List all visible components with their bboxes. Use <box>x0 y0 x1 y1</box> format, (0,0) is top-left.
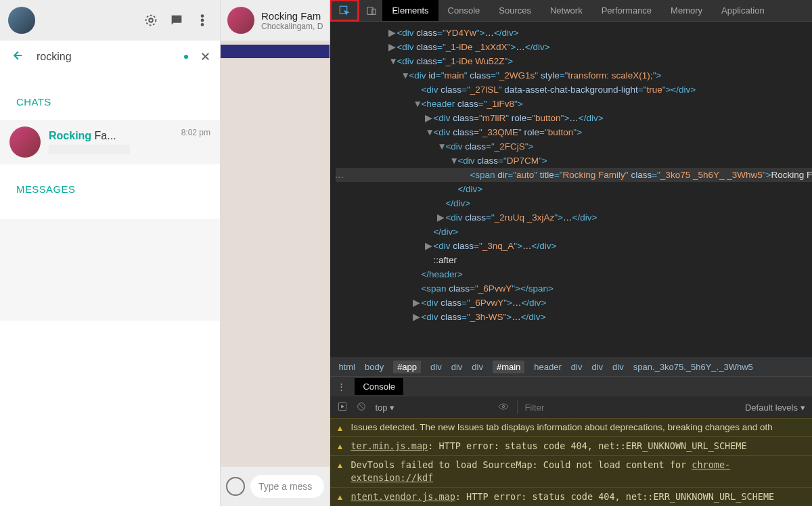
clear-search-icon[interactable]: ✕ <box>200 49 210 64</box>
svg-point-1 <box>149 18 153 22</box>
sidebar-header <box>0 0 220 41</box>
dom-line[interactable]: ▶<div class="_6PvwY">…</div> <box>336 296 812 310</box>
chat-body[interactable] <box>221 41 330 467</box>
dom-line[interactable]: ▼<div class="_2FCjS"> <box>336 139 812 154</box>
inspect-element-button[interactable] <box>330 0 359 22</box>
devtools-tab-console[interactable]: Console <box>438 0 490 21</box>
dom-line[interactable]: ▶<div class="_2ruUq _3xjAz">…</div> <box>336 210 812 225</box>
svg-point-3 <box>202 20 204 22</box>
dom-line[interactable]: ▶<div class="_3h-WS">…</div> <box>336 310 812 324</box>
dom-line[interactable]: </header> <box>336 267 812 281</box>
section-chats-label: CHATS <box>0 77 220 120</box>
search-input[interactable] <box>37 51 172 63</box>
devtools-toolbar: ElementsConsoleSourcesNetworkPerformance… <box>330 0 812 22</box>
console-levels-selector[interactable]: Default levels ▾ <box>745 402 805 413</box>
my-avatar[interactable] <box>8 7 35 34</box>
search-bar: ✕ <box>0 41 220 77</box>
console-row[interactable]: ter.min.js.map: HTTP error: status code … <box>330 436 812 455</box>
svg-rect-7 <box>372 9 376 14</box>
dom-line[interactable]: ▼<header class="_1iFv8"> <box>336 97 812 111</box>
console-menu-icon[interactable]: ⋮ <box>337 382 346 392</box>
dom-line[interactable]: </div> <box>336 182 812 196</box>
breadcrumb-item[interactable]: div <box>430 362 442 372</box>
console-filter-bar: top ▾ Default levels ▾ <box>330 396 812 418</box>
console-row[interactable]: DevTools failed to load SourceMap: Could… <box>330 455 812 487</box>
warning-icon <box>336 422 345 432</box>
console-row[interactable]: ntent.vendor.js.map: HTTP error: status … <box>330 487 812 506</box>
console-filter-input[interactable] <box>517 400 737 414</box>
devtools-tab-sources[interactable]: Sources <box>489 0 541 21</box>
breadcrumb-item[interactable]: div <box>472 362 483 372</box>
dom-line[interactable]: <span class="_6PvwY"></span> <box>336 281 812 296</box>
dom-line[interactable]: ▶<div class="_1-iDe _1xXdX">…</div> <box>336 40 812 54</box>
chat-row[interactable]: Rocking Fa... 8:02 pm <box>0 120 220 164</box>
menu-icon[interactable] <box>193 11 212 30</box>
console-drawer-header: ⋮ Console <box>330 376 812 396</box>
dom-line[interactable]: <div class="_27lSL" data-asset-chat-back… <box>336 83 812 97</box>
status-icon[interactable] <box>141 11 160 30</box>
breadcrumb-item[interactable]: header <box>534 362 561 372</box>
device-toggle-button[interactable] <box>361 0 382 21</box>
chat-title: Rocking Fa... <box>49 130 173 142</box>
dom-line[interactable]: ▶<div class="YD4Yw">…</div> <box>336 26 812 40</box>
dom-line[interactable]: ▶<div class="_3nq_A">…</div> <box>336 239 812 253</box>
dom-line[interactable]: ::after <box>336 253 812 267</box>
devtools-tab-memory[interactable]: Memory <box>661 0 712 21</box>
emoji-icon[interactable] <box>226 477 245 496</box>
breadcrumb-item[interactable]: div <box>451 362 463 372</box>
search-back-icon[interactable] <box>9 48 24 66</box>
breadcrumb-item[interactable]: div <box>612 362 624 372</box>
messages-placeholder <box>0 219 220 321</box>
chat-avatar <box>9 127 41 158</box>
devtools-tab-performance[interactable]: Performance <box>592 0 661 21</box>
chat-header[interactable]: Rocking Fam Chockalingam, D <box>221 0 330 41</box>
chat-time: 8:02 pm <box>181 128 210 137</box>
console-drawer-label: Console <box>355 378 403 395</box>
breadcrumb-item[interactable]: div <box>591 362 603 372</box>
typing-indicator-icon <box>184 55 188 59</box>
breadcrumb-item[interactable]: span._3ko75._5h6Y_._3Whw5 <box>633 362 753 372</box>
breadcrumb-item[interactable]: #main <box>493 361 524 373</box>
chat-banner <box>221 45 330 58</box>
breadcrumb-item[interactable]: div <box>571 362 583 372</box>
devtools-tab-elements[interactable]: Elements <box>382 0 438 21</box>
warning-icon <box>336 459 345 469</box>
devtools-tab-network[interactable]: Network <box>541 0 592 21</box>
chat-preview <box>49 145 130 154</box>
console-output[interactable]: Issues detected. The new Issues tab disp… <box>330 418 812 506</box>
devtools: ElementsConsoleSourcesNetworkPerformance… <box>330 0 812 506</box>
svg-point-4 <box>202 24 204 26</box>
breadcrumb-item[interactable]: body <box>365 362 384 372</box>
chat-header-subtitle: Chockalingam, D <box>261 22 323 31</box>
dom-tree[interactable]: ▶<div class="YD4Yw">…</div>▶<div class="… <box>330 22 812 357</box>
chat-pane: Rocking Fam Chockalingam, D Type a mess <box>221 0 330 506</box>
chat-header-avatar <box>227 7 254 34</box>
whatsapp-sidebar: ✕ CHATS Rocking Fa... 8:02 pm MESSAGES <box>0 0 221 506</box>
dom-line[interactable]: </div> <box>336 196 812 210</box>
chat-header-title: Rocking Fam <box>261 10 323 22</box>
section-messages-label: MESSAGES <box>0 164 220 207</box>
console-context-selector[interactable]: top ▾ <box>375 402 490 413</box>
dom-line[interactable]: ▼<div id="main" class="_2WG1s" style="tr… <box>336 68 812 83</box>
dom-line[interactable]: </div> <box>336 225 812 239</box>
dom-line[interactable]: ▼<div class="DP7CM"> <box>336 154 812 168</box>
breadcrumb[interactable]: htmlbody#appdivdivdiv#mainheaderdivdivdi… <box>330 357 812 376</box>
console-eye-icon[interactable] <box>498 401 509 414</box>
console-clear-icon[interactable] <box>356 401 367 414</box>
warning-icon <box>336 440 345 450</box>
dom-line[interactable]: ▶<div class="m7liR" role="button">…</div… <box>336 111 812 125</box>
new-chat-icon[interactable] <box>167 11 186 30</box>
svg-point-10 <box>503 405 505 407</box>
dom-line[interactable]: <span dir="auto" title="Rocking Family" … <box>336 168 812 182</box>
console-play-icon[interactable] <box>337 401 348 414</box>
chat-input-bar: Type a mess <box>221 467 330 506</box>
devtools-tab-application[interactable]: Application <box>712 0 774 21</box>
dom-line[interactable]: ▼<div class="_1-iDe Wu52Z"> <box>336 54 812 68</box>
svg-point-0 <box>146 16 156 26</box>
svg-point-2 <box>202 15 204 17</box>
dom-line[interactable]: ▼<div class="_33QME" role="button"> <box>336 125 812 139</box>
console-row[interactable]: Issues detected. The new Issues tab disp… <box>330 418 812 436</box>
message-input[interactable]: Type a mess <box>250 475 324 498</box>
breadcrumb-item[interactable]: #app <box>393 361 421 373</box>
breadcrumb-item[interactable]: html <box>338 362 355 372</box>
